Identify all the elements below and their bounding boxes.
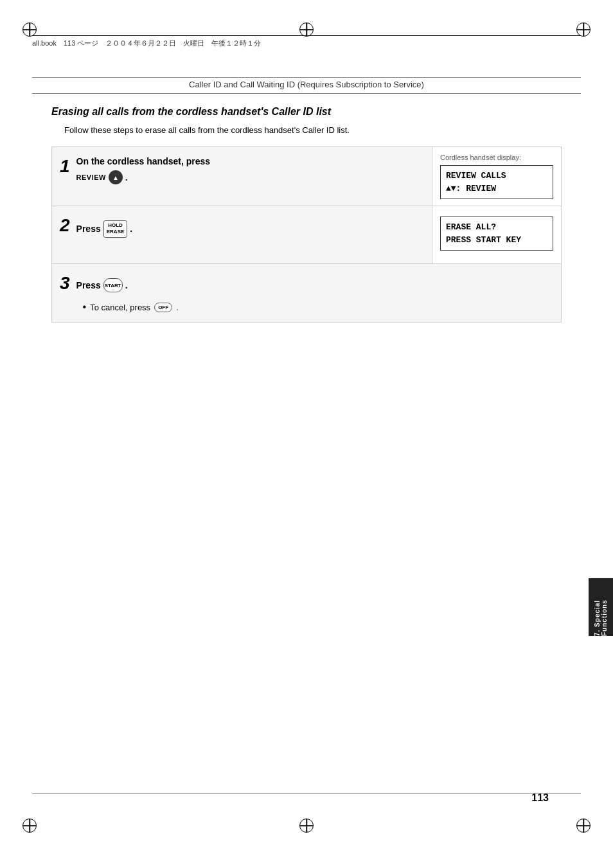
step-2-display-line1: ERASE ALL? <box>446 221 547 234</box>
step-3-row: 3 Press START . • To cancel, press OFF . <box>52 264 561 322</box>
off-button-icon: OFF <box>154 303 172 312</box>
bullet-period: . <box>176 303 179 312</box>
page-number: 113 <box>531 792 549 804</box>
section-title: Erasing all calls from the cordless hand… <box>51 106 562 118</box>
bullet-dot: • <box>83 301 87 313</box>
step-2-display-line2: PRESS START KEY <box>446 234 547 247</box>
step-3-period: . <box>125 280 128 290</box>
header-file-info: all.book 113 ページ ２００４年６月２２日 火曜日 午後１２時１分 <box>32 39 261 48</box>
step-2-left: 2 Press HOLDERASE . <box>52 206 432 263</box>
step-1-display-label: Cordless handset display: <box>440 154 553 161</box>
step-1-row: 1 On the cordless handset, press REVIEW … <box>52 147 561 206</box>
reg-mark-top-left <box>22 22 37 37</box>
step-1-display-box: REVIEW CALLS ▲▼: REVIEW <box>440 165 553 199</box>
page: all.book 113 ページ ２００４年６月２２日 火曜日 午後１２時１分 … <box>0 0 613 868</box>
step-1-right: Cordless handset display: REVIEW CALLS ▲… <box>432 147 561 206</box>
step-3-content: Press START . • To cancel, press OFF . <box>76 273 551 313</box>
bullet-cancel-text: To cancel, press <box>90 303 150 312</box>
reg-mark-bottom-center <box>299 819 314 833</box>
step-1-number: 1 <box>60 157 70 175</box>
step-3-detail: Press START . <box>76 278 551 292</box>
main-content: Erasing all calls from the cordless hand… <box>51 106 562 323</box>
step-2-row: 2 Press HOLDERASE . ERASE ALL? PRESS STA… <box>52 206 561 264</box>
step-1-instruction: On the cordless handset, press <box>76 156 422 166</box>
reg-mark-top-center <box>299 22 314 37</box>
header-top-line <box>32 35 581 36</box>
hold-erase-button-icon: HOLDERASE <box>103 220 128 238</box>
review-key-label: REVIEW <box>76 173 106 181</box>
step-2-period: . <box>130 224 132 234</box>
step-3-left: 3 Press START . • To cancel, press OFF . <box>52 264 561 322</box>
page-subtitle: Caller ID and Call Waiting ID (Requires … <box>0 80 613 89</box>
step-1-display-line2: ▲▼: REVIEW <box>446 182 547 195</box>
step-1-period: . <box>125 173 128 182</box>
step-2-display-box: ERASE ALL? PRESS START KEY <box>440 217 553 251</box>
step-3-number: 3 <box>60 274 70 292</box>
reg-mark-top-right <box>576 22 591 37</box>
step-1-left: 1 On the cordless handset, press REVIEW … <box>52 147 432 206</box>
steps-container: 1 On the cordless handset, press REVIEW … <box>51 146 562 323</box>
step-1-content: On the cordless handset, press REVIEW ▲ … <box>76 156 422 184</box>
start-button-icon: START <box>103 278 123 292</box>
reg-mark-bottom-right <box>576 819 591 833</box>
step-3-press-label: Press <box>76 280 101 290</box>
review-button-icon: ▲ <box>109 170 123 184</box>
step-3-bullet-note: • To cancel, press OFF . <box>83 301 551 313</box>
header-rule-bottom <box>32 93 581 94</box>
step-2-detail: Press HOLDERASE . <box>76 220 422 238</box>
bottom-rule <box>32 793 581 794</box>
step-2-right: ERASE ALL? PRESS START KEY <box>432 206 561 263</box>
intro-text: Follow these steps to erase all calls fr… <box>64 125 562 135</box>
side-tab-label: 7. Special Functions <box>594 578 608 636</box>
step-1-display-line1: REVIEW CALLS <box>446 170 547 182</box>
header-bar: all.book 113 ページ ２００４年６月２２日 火曜日 午後１２時１分 <box>32 39 581 48</box>
reg-mark-bottom-left <box>22 819 37 833</box>
step-2-number: 2 <box>60 217 70 235</box>
step-2-press-label: Press <box>76 224 101 234</box>
side-tab: 7. Special Functions <box>589 578 613 636</box>
header-rule-top <box>32 77 581 78</box>
step-1-detail: REVIEW ▲ . <box>76 170 422 184</box>
step-2-content: Press HOLDERASE . <box>76 215 422 238</box>
